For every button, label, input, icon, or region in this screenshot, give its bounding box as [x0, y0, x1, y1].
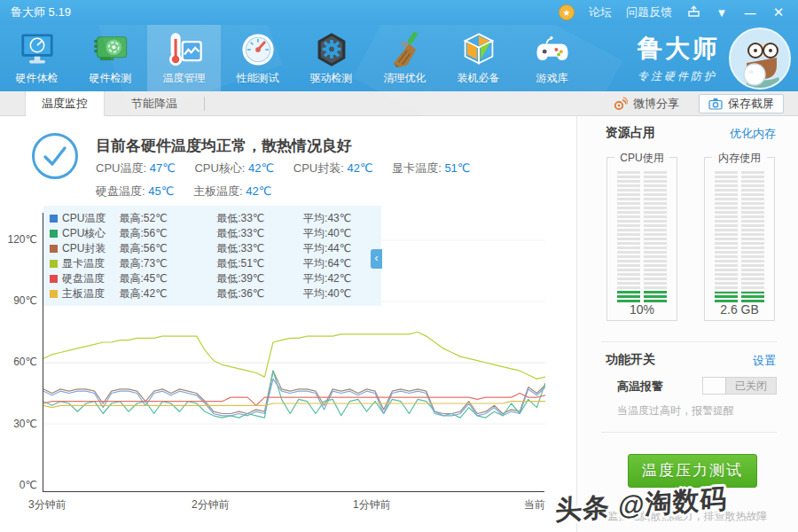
legend-row: CPU封装最高:56℃最低:33℃平均:44℃ — [43, 241, 381, 256]
nav-item-driver[interactable]: 驱动检测 — [294, 25, 368, 91]
series-显卡温度 — [43, 332, 545, 379]
tab-temperature-monitor[interactable]: 温度监控 — [25, 91, 105, 116]
legend-row: 硬盘温度最高:45℃最低:39℃平均:42℃ — [43, 271, 381, 286]
forum-link[interactable]: 论坛 — [589, 4, 612, 20]
speed-gauge-icon — [239, 30, 278, 69]
cpu-usage-gauge: CPU使用 10% — [606, 157, 677, 321]
tab-label: 温度监控 — [42, 96, 88, 112]
optimize-memory-link[interactable]: 优化内存 — [730, 126, 776, 142]
gauge-bars — [617, 169, 667, 302]
side-panel: 资源占用 优化内存 CPU使用 10% 内存使用 2.6 GB 功能开关 设置 … — [576, 116, 798, 532]
status-headline: 目前各硬件温度均正常，散热情况良好 — [96, 136, 352, 156]
app-title: 鲁大师 5.19 — [11, 4, 71, 20]
series-CPU核心 — [43, 371, 545, 418]
nav-label: 温度管理 — [163, 71, 206, 86]
medal-icon[interactable]: ★ — [559, 4, 575, 20]
toggle-knob — [703, 378, 726, 394]
temp-value: 45℃ — [148, 184, 174, 198]
nav-label: 游戏库 — [536, 71, 568, 86]
temp-value: 42℃ — [246, 184, 271, 198]
nav-label: 驱动检测 — [310, 71, 353, 86]
title-bar: 鲁大师 5.19 ★ 论坛 问题反馈 ▼ — ✕ — [0, 0, 798, 25]
nav-item-games[interactable]: 游戏库 — [515, 25, 589, 91]
toggle-state-label: 已关闭 — [726, 378, 776, 394]
nav-item-hardware-test[interactable]: 硬件检测 — [74, 25, 147, 91]
monitor-radar-icon — [18, 30, 57, 69]
temperature-monitor-panel: 目前各硬件温度均正常，散热情况良好 CPU温度: 47℃ CPU核心: 42℃ … — [0, 116, 576, 532]
nav-label: 硬件体检 — [16, 71, 59, 86]
cube-icon — [459, 30, 498, 69]
nav-item-temperature[interactable]: 温度管理 — [147, 25, 221, 91]
gpu-card-icon — [91, 30, 130, 69]
y-tick: 60℃ — [0, 356, 37, 368]
legend-swatch — [50, 260, 58, 268]
gauge-label: 内存使用 — [712, 151, 767, 166]
legend-swatch — [50, 290, 58, 298]
minimize-button[interactable]: — — [743, 6, 757, 20]
temp-value: 51℃ — [444, 161, 470, 175]
cpu-usage-value: 10% — [607, 302, 677, 317]
menu-chevron-icon[interactable]: ▼ — [715, 6, 729, 20]
x-tick: 当前 — [510, 497, 545, 512]
x-tick: 3分钟前 — [28, 497, 66, 512]
legend-row: CPU核心最高:56℃最低:33℃平均:40℃ — [43, 226, 381, 241]
divider — [601, 432, 777, 433]
weibo-share-label: 微博分享 — [633, 96, 679, 112]
settings-link[interactable]: 设置 — [753, 353, 776, 369]
mascot-avatar — [729, 27, 791, 90]
alarm-description: 当温度过高时，报警提醒 — [617, 403, 734, 419]
y-tick: 30℃ — [0, 418, 37, 430]
temp-label: CPU核心: — [194, 161, 245, 175]
temp-value: 42℃ — [248, 161, 274, 175]
resources-title: 资源占用 — [606, 125, 655, 141]
nav-label: 装机必备 — [458, 71, 500, 86]
share-icon[interactable] — [686, 5, 700, 20]
tab-bar: 温度监控 节能降温 微博分享 保存截屏 — [0, 91, 798, 116]
nav-label: 硬件检测 — [90, 71, 132, 86]
temp-value: 47℃ — [150, 161, 176, 175]
brand-slogan: 专注硬件防护 — [638, 69, 720, 84]
legend-swatch — [50, 275, 58, 283]
main-nav: 硬件体检 硬件检测 温度管理 — [0, 25, 798, 91]
gear-hexagon-icon — [312, 30, 351, 69]
nav-item-toolkit[interactable]: 装机必备 — [442, 25, 515, 91]
temp-label: 主板温度: — [193, 184, 243, 198]
weibo-share-button[interactable]: 微博分享 — [613, 96, 679, 112]
brand-name: 鲁大师 — [638, 32, 720, 66]
gamepad-icon — [533, 30, 572, 69]
temp-label: 显卡温度: — [392, 161, 442, 175]
temp-label: CPU温度: — [96, 161, 146, 175]
x-tick: 2分钟前 — [192, 497, 230, 512]
temp-label: CPU封装: — [293, 161, 344, 175]
legend-swatch — [50, 215, 58, 223]
nav-label: 性能测试 — [237, 71, 279, 86]
legend-row: CPU温度最高:52℃最低:33℃平均:43℃ — [43, 211, 381, 226]
thermometer-chart-icon — [165, 30, 204, 69]
status-ok-icon — [32, 133, 78, 179]
legend-swatch — [50, 245, 58, 253]
tab-power-saving[interactable]: 节能降温 — [105, 91, 204, 115]
camera-icon — [708, 98, 723, 110]
nav-label: 清理优化 — [384, 71, 426, 86]
save-screenshot-button[interactable]: 保存截屏 — [699, 94, 784, 113]
memory-usage-gauge: 内存使用 2.6 GB — [704, 157, 775, 321]
broom-icon — [386, 30, 425, 69]
weibo-icon — [613, 97, 628, 111]
close-button[interactable]: ✕ — [771, 4, 786, 20]
save-screenshot-label: 保存截屏 — [728, 96, 774, 112]
legend-row: 显卡温度最高:73℃最低:51℃平均:64℃ — [43, 256, 381, 271]
temp-summary-row-1: CPU温度: 47℃ CPU核心: 42℃ CPU封装: 42℃ 显卡温度: 5… — [96, 160, 486, 176]
high-temp-alarm-toggle[interactable]: 已关闭 — [702, 377, 777, 395]
x-tick: 1分钟前 — [353, 497, 391, 512]
gauge-bars — [715, 169, 764, 302]
legend-collapse-button[interactable]: ‹ — [371, 249, 382, 269]
nav-item-cleanup[interactable]: 清理优化 — [368, 25, 442, 91]
nav-item-performance[interactable]: 性能测试 — [221, 25, 294, 91]
brand: 鲁大师 专注硬件防护 — [638, 25, 791, 91]
divider — [601, 341, 777, 342]
switches-title: 功能开关 — [606, 352, 655, 368]
nav-item-hardware-checkup[interactable]: 硬件体检 — [0, 25, 74, 91]
temp-label: 硬盘温度: — [96, 184, 145, 198]
feedback-link[interactable]: 问题反馈 — [626, 4, 672, 20]
memory-usage-value: 2.6 GB — [705, 302, 774, 317]
